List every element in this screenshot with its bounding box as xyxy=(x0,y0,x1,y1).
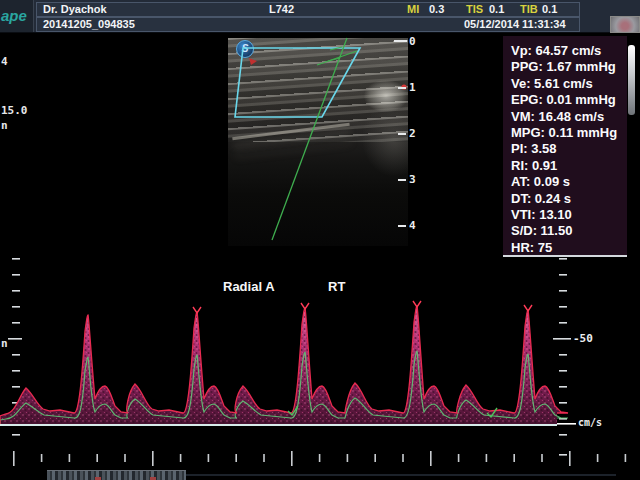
depth-unit-label: n xyxy=(1,120,8,131)
bmode-image[interactable] xyxy=(228,38,408,246)
tib-value: 0.1 xyxy=(542,3,557,16)
depth-tick-3 xyxy=(398,179,406,181)
meas-ri: RI: 0.91 xyxy=(511,158,627,174)
meas-vm: VM: 16.48 cm/s xyxy=(511,109,627,125)
velocity-scale-value: -50 xyxy=(573,332,593,345)
probe-name: L742 xyxy=(269,3,294,16)
saved-image-thumbnail[interactable] xyxy=(610,16,640,33)
header-bar: ape Dr. Dyachok L742 MI 0.3 TIS 0.1 TIB … xyxy=(0,0,640,33)
depth-num-0: 0 xyxy=(409,36,416,47)
vessel-annotation: Radial A xyxy=(223,279,275,294)
depth-tick-2 xyxy=(398,133,406,135)
spectral-edge-label: n xyxy=(1,338,8,349)
depth-num-2: 2 xyxy=(409,128,416,139)
mi-value: 0.3 xyxy=(429,3,444,16)
meas-vp: Vp: 64.57 cm/s xyxy=(511,43,627,59)
depth-tick-4 xyxy=(398,225,406,227)
meas-vti: VTI: 13.10 xyxy=(511,207,627,223)
meas-ve: Ve: 5.61 cm/s xyxy=(511,76,627,92)
header-row-1: Dr. Dyachok L742 MI 0.3 TIS 0.1 TIB 0.1 xyxy=(36,2,580,17)
physician-name: Dr. Dyachok xyxy=(43,3,107,16)
panel-scrollbar[interactable] xyxy=(628,45,635,115)
tis-label: TIS xyxy=(466,3,483,16)
tis-value: 0.1 xyxy=(489,3,504,16)
meas-dt: DT: 0.24 s xyxy=(511,191,627,207)
meas-hr: HR: 75 xyxy=(511,240,627,256)
meas-at: AT: 0.09 s xyxy=(511,174,627,190)
meas-sd: S/D: 11.50 xyxy=(511,223,627,239)
orientation-badge-icon: S xyxy=(236,40,254,58)
logo-zone: ape xyxy=(0,0,34,32)
side-annotation: RT xyxy=(328,279,345,294)
brand-logo: ape xyxy=(1,7,27,24)
mi-label: MI xyxy=(407,3,419,16)
depth-tick-1 xyxy=(398,87,406,89)
velocity-unit-label: cm/s xyxy=(578,417,602,428)
meas-mpg: MPG: 0.11 mmHg xyxy=(511,125,627,141)
meas-pi: PI: 3.58 xyxy=(511,141,627,157)
meas-epg: EPG: 0.01 mmHg xyxy=(511,92,627,108)
depth-num-3: 3 xyxy=(409,174,416,185)
ultrasound-screen: ape Dr. Dyachok L742 MI 0.3 TIS 0.1 TIB … xyxy=(0,0,640,480)
meas-ppg: PPG: 1.67 mmHg xyxy=(511,59,627,75)
frequency-label: 4 xyxy=(1,56,8,67)
depth-num-4: 4 xyxy=(409,220,416,231)
exam-datetime: 05/12/2014 11:31:34 xyxy=(464,18,566,31)
tib-label: TIB xyxy=(520,3,538,16)
cine-track-line xyxy=(186,474,616,476)
depth-num-1: 1 xyxy=(409,82,416,93)
header-row-2: 20141205_094835 05/12/2014 11:31:34 xyxy=(36,17,580,32)
cine-loop-bar[interactable] xyxy=(47,470,186,480)
exam-id: 20141205_094835 xyxy=(43,18,135,31)
measurement-results-panel[interactable]: Vp: 64.57 cm/s PPG: 1.67 mmHg Ve: 5.61 c… xyxy=(503,36,627,257)
depth-label: 15.0 xyxy=(1,105,28,116)
depth-tick-0 xyxy=(394,40,407,42)
